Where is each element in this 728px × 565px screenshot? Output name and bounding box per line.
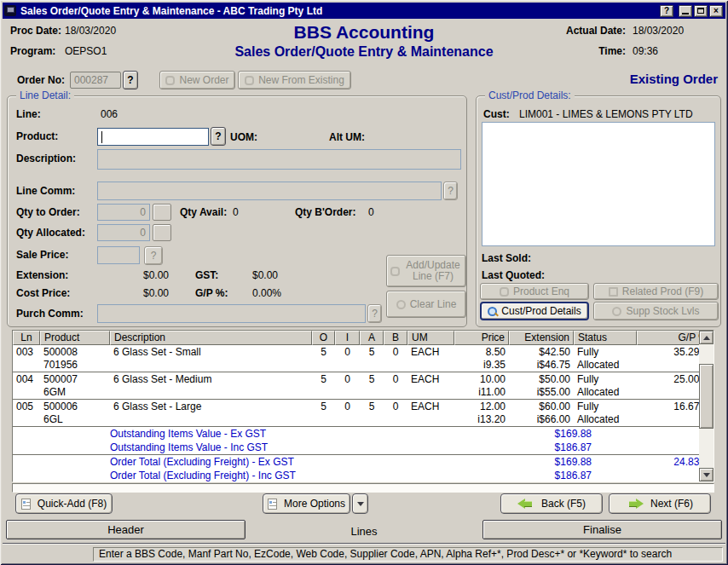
product-label: Product: xyxy=(16,130,58,142)
sale-price-input[interactable] xyxy=(97,246,140,264)
product-enq-label: Product Enq xyxy=(513,285,569,297)
tab-lines[interactable]: Lines xyxy=(246,523,482,539)
summary-pad xyxy=(13,469,110,482)
cell-line: i13.20 xyxy=(458,413,506,426)
cell-ln: 004 xyxy=(13,373,40,399)
tab-finalise[interactable]: Finalise xyxy=(482,520,722,539)
more-options-dropdown-button[interactable] xyxy=(352,493,368,514)
help-button[interactable]: ? xyxy=(660,5,673,17)
cell-um: EACH xyxy=(407,373,454,399)
summary-gp xyxy=(592,441,714,454)
purch-comm-input[interactable] xyxy=(97,304,366,323)
scroll-up-button[interactable] xyxy=(699,331,714,344)
summary-value: $186.87 xyxy=(425,469,592,482)
cell-line: i11.00 xyxy=(458,386,506,399)
minimize-button[interactable] xyxy=(679,5,692,17)
product-lookup-button[interactable]: ? xyxy=(211,127,226,146)
product-enq-icon xyxy=(500,287,509,297)
cell-i: 0 xyxy=(335,401,360,426)
line-comm-input[interactable] xyxy=(97,182,442,200)
new-from-existing-button[interactable]: New From Existing xyxy=(238,71,351,89)
cell-ln: 003 xyxy=(13,346,40,372)
order-no-label: Order No: xyxy=(17,74,65,86)
cell-line: 701956 xyxy=(43,359,107,372)
table-row[interactable]: 004 500007 6GM 6 Glass Set - Medium 5 0 … xyxy=(13,372,714,399)
supp-stock-button[interactable]: Supp Stock Lvls xyxy=(593,302,719,320)
cell-b: 0 xyxy=(384,401,407,426)
qty-allocated-label: Qty Allocated: xyxy=(16,227,85,239)
qty-to-order-um-button[interactable] xyxy=(153,204,171,221)
cell-description: 6 Glass Set - Large xyxy=(110,401,312,426)
qty-to-order-label: Qty to Order: xyxy=(16,206,80,218)
gst-label: GST: xyxy=(195,269,218,281)
line-detail-group-label: Line Detail: xyxy=(16,89,74,101)
extension-label: Extension: xyxy=(16,269,68,281)
product-input[interactable] xyxy=(97,128,209,146)
qty-allocated-um-button[interactable] xyxy=(153,224,171,241)
product-enq-button[interactable]: Product Enq xyxy=(480,283,589,300)
qty-avail-value: 0 xyxy=(233,206,239,218)
window-title: Sales Order/Quote Entry & Maintenance - … xyxy=(20,5,322,17)
title-bar[interactable]: Sales Order/Quote Entry & Maintenance - … xyxy=(3,3,725,19)
order-no-lookup-button[interactable]: ? xyxy=(123,71,138,89)
cell-extension: $60.00 i$66.00 xyxy=(509,401,574,426)
qty-allocated-input[interactable] xyxy=(97,224,150,241)
supp-stock-label: Supp Stock Lvls xyxy=(626,305,699,317)
cell-description: 6 Glass Set - Medium xyxy=(110,373,312,399)
order-mode-text: Existing Order xyxy=(630,72,718,86)
line-comm-label: Line Comm: xyxy=(16,185,75,197)
cell-line: $60.00 xyxy=(512,401,570,413)
cell-i: 0 xyxy=(335,346,360,372)
clear-line-label: Clear Line xyxy=(410,298,457,310)
vertical-scrollbar[interactable] xyxy=(699,331,714,481)
cust-prod-details-button[interactable]: Cust/Prod Details xyxy=(480,302,589,320)
tab-header[interactable]: Header xyxy=(6,520,246,539)
new-order-icon xyxy=(165,76,175,85)
line-comm-lookup-button[interactable]: ? xyxy=(443,182,458,200)
table-row[interactable]: 005 500006 6GL 6 Glass Set - Large 5 0 5… xyxy=(13,400,714,426)
more-options-button[interactable]: More Options xyxy=(263,493,350,514)
summary-gp xyxy=(592,427,714,441)
next-button[interactable]: Next (F6) xyxy=(609,493,711,514)
purch-comm-lookup-button[interactable]: ? xyxy=(367,304,382,323)
cell-line: 500007 xyxy=(43,373,107,386)
cell-o: 5 xyxy=(312,373,335,399)
supp-stock-icon xyxy=(612,307,621,316)
lookup-icon: ? xyxy=(448,185,454,197)
clear-line-button[interactable]: Clear Line xyxy=(386,291,466,318)
scroll-down-button[interactable] xyxy=(699,468,714,481)
quick-add-button[interactable]: Quick-Add (F8) xyxy=(15,493,113,514)
lookup-icon: ? xyxy=(151,250,157,262)
close-button[interactable]: × xyxy=(709,5,723,17)
more-options-icon xyxy=(268,499,277,510)
new-order-label: New Order xyxy=(179,74,228,86)
col-header-ln: Ln xyxy=(13,331,40,345)
summary-row: Order Total (Excluding Freight) - Ex GST… xyxy=(13,455,714,469)
cell-a: 5 xyxy=(360,346,384,372)
cost-price-value: $0.00 xyxy=(97,287,169,299)
qty-to-order-input[interactable] xyxy=(97,204,150,221)
order-no-input[interactable] xyxy=(70,72,121,89)
order-lines-table: Ln Product Description O I A B UM Price … xyxy=(12,330,714,482)
summary-label: Outstanding Items Value - Inc GST xyxy=(110,441,425,454)
back-button[interactable]: Back (F5) xyxy=(500,493,603,514)
cell-status: Fully Allocated xyxy=(574,373,637,399)
cust-value: LIM001 - LIMES & LEMONS PTY LTD xyxy=(519,108,693,120)
maximize-button[interactable] xyxy=(694,5,708,17)
related-prod-button[interactable]: Related Prod (F9) xyxy=(593,283,719,300)
new-order-button[interactable]: New Order xyxy=(159,71,235,89)
description-input[interactable] xyxy=(97,149,461,170)
qty-avail-label: Qty Avail: xyxy=(180,206,227,218)
cell-status: Fully Allocated xyxy=(574,346,637,372)
cell-a: 5 xyxy=(360,401,384,426)
quick-add-label: Quick-Add (F8) xyxy=(38,498,107,510)
add-update-line-button[interactable]: Add/Update Line (F7) xyxy=(386,255,466,287)
cust-prod-details-label: Cust/Prod Details xyxy=(501,305,581,317)
summary-pad xyxy=(13,455,110,469)
cell-o: 5 xyxy=(312,346,335,372)
scrollbar-thumb[interactable] xyxy=(699,364,714,429)
table-row[interactable]: 003 500008 701956 6 Glass Set - Small 5 … xyxy=(13,345,714,372)
summary-value: $169.88 xyxy=(425,455,592,469)
sale-price-lookup-button[interactable]: ? xyxy=(144,246,163,265)
cell-line: i9.35 xyxy=(458,359,506,372)
